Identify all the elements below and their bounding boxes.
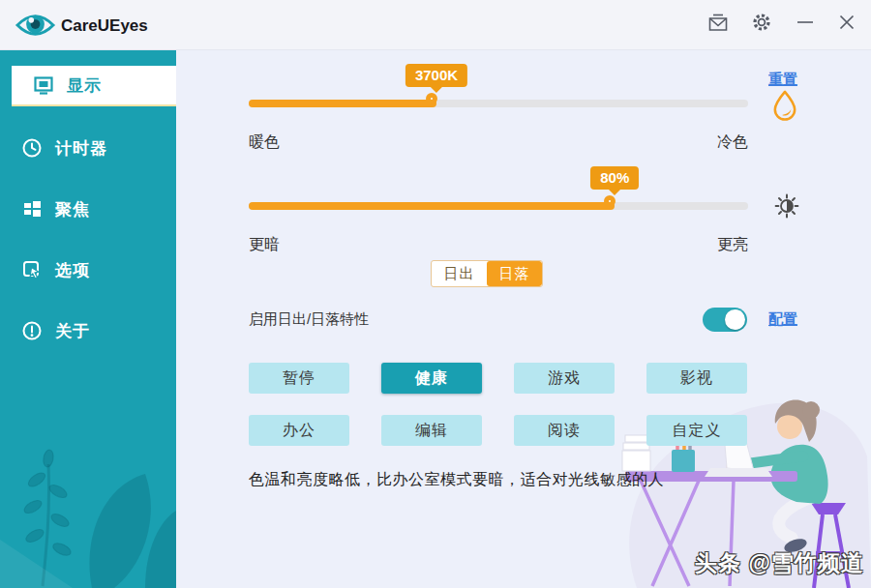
app-title: CareUEyes bbox=[61, 16, 148, 36]
mode-description: 色温和亮度略低，比办公室模式要暗，适合对光线敏感的人 bbox=[249, 470, 664, 490]
slider-fill bbox=[249, 100, 436, 107]
mode-button-custom[interactable]: 自定义 bbox=[646, 415, 747, 446]
feedback-mail-button[interactable] bbox=[706, 10, 731, 35]
sidebar-item-timer[interactable]: 计时器 bbox=[0, 129, 176, 167]
mode-button-movie[interactable]: 影视 bbox=[646, 363, 747, 394]
sidebar-item-focus[interactable]: 聚焦 bbox=[0, 190, 176, 228]
cool-label: 冷色 bbox=[717, 132, 748, 153]
close-icon bbox=[834, 10, 859, 35]
color-temp-slider-thumb[interactable] bbox=[426, 93, 437, 104]
mode-button-edit[interactable]: 编辑 bbox=[381, 415, 482, 446]
sun-feature-toggle[interactable] bbox=[703, 308, 747, 332]
brighter-label: 更亮 bbox=[717, 235, 748, 255]
mode-button-game[interactable]: 游戏 bbox=[514, 363, 615, 394]
channel-watermark: 头条 @雪竹频道 bbox=[695, 548, 864, 578]
sidebar-item-label: 聚焦 bbox=[55, 198, 90, 220]
leaf-decoration bbox=[0, 414, 176, 588]
sun-feature-label: 启用日出/日落特性 bbox=[249, 310, 369, 329]
mode-button-reading[interactable]: 阅读 bbox=[514, 415, 615, 446]
timer-icon bbox=[21, 137, 43, 159]
sidebar-item-label: 选项 bbox=[55, 259, 90, 281]
title-bar: CareUEyes bbox=[0, 0, 871, 50]
slider-fill bbox=[249, 202, 615, 210]
sidebar-item-label: 计时器 bbox=[55, 137, 107, 160]
careueyes-window: CareUEyes bbox=[0, 0, 871, 588]
reset-link[interactable]: 重置 bbox=[768, 71, 797, 89]
monitor-icon bbox=[33, 74, 54, 96]
options-icon bbox=[21, 259, 43, 280]
sunrise-sunset-segment: 日出 日落 bbox=[431, 260, 543, 287]
color-temp-droplet-icon bbox=[770, 89, 799, 121]
brightness-icon bbox=[773, 192, 800, 220]
focus-icon bbox=[21, 198, 43, 220]
about-icon bbox=[21, 320, 43, 341]
mode-button-office[interactable]: 办公 bbox=[249, 415, 349, 446]
mail-icon bbox=[706, 11, 730, 34]
minimize-icon bbox=[794, 11, 817, 34]
mode-button-health[interactable]: 健康 bbox=[381, 363, 482, 394]
brightness-slider[interactable]: 80% bbox=[249, 195, 748, 217]
mode-button-pause[interactable]: 暂停 bbox=[249, 363, 349, 394]
color-temp-slider[interactable]: 3700K bbox=[249, 93, 748, 114]
minimize-button[interactable] bbox=[793, 10, 818, 35]
settings-button[interactable] bbox=[749, 10, 774, 35]
configure-link[interactable]: 配置 bbox=[768, 310, 797, 329]
sidebar-item-label: 关于 bbox=[55, 320, 90, 342]
warm-label: 暖色 bbox=[249, 132, 280, 153]
sidebar-item-options[interactable]: 选项 bbox=[0, 250, 176, 289]
sidebar-item-display[interactable]: 显示 bbox=[12, 66, 176, 106]
toggle-knob bbox=[725, 309, 745, 330]
darker-label: 更暗 bbox=[249, 235, 280, 255]
color-temp-value-tooltip: 3700K bbox=[405, 64, 467, 87]
close-button[interactable] bbox=[834, 10, 859, 35]
sunset-option[interactable]: 日落 bbox=[487, 261, 542, 286]
app-logo-eye-icon bbox=[14, 9, 57, 42]
sunrise-option[interactable]: 日出 bbox=[432, 261, 487, 286]
gear-icon bbox=[750, 11, 773, 34]
sidebar-item-label: 显示 bbox=[67, 74, 102, 97]
sidebar-item-about[interactable]: 关于 bbox=[0, 311, 176, 350]
brightness-value-tooltip: 80% bbox=[590, 166, 639, 190]
sidebar: 显示 计时器 聚焦 选项 bbox=[0, 50, 176, 588]
